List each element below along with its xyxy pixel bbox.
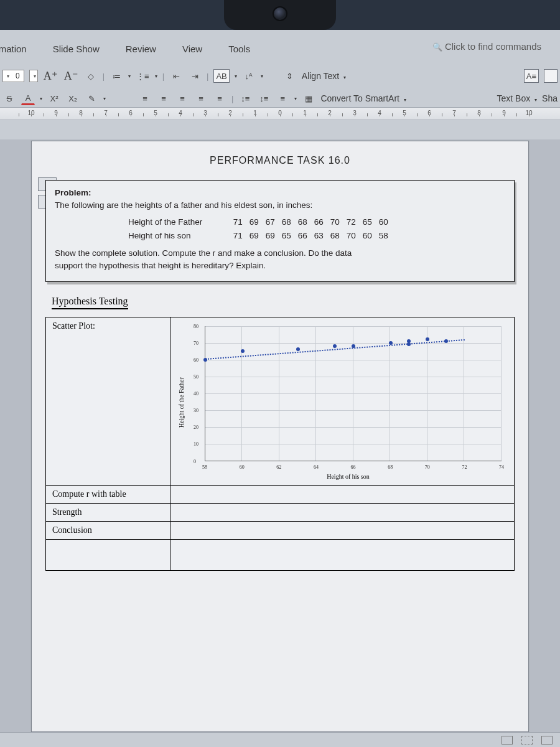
ruler-tick: 8 xyxy=(467,108,492,116)
align-center-icon[interactable]: ≡ xyxy=(157,92,170,105)
ruler-tick: 4 xyxy=(367,108,392,116)
ruler-tick: 10 xyxy=(516,108,541,116)
increase-font-icon[interactable]: A⁺ xyxy=(43,69,58,83)
empty-cell xyxy=(46,539,170,570)
align-text-icon: ⇕ xyxy=(283,69,297,83)
table-row: Strength xyxy=(46,503,515,521)
subscript-icon[interactable]: X₂ xyxy=(66,92,80,105)
shapes-button[interactable]: Sha xyxy=(542,93,558,103)
view-normal-icon[interactable] xyxy=(502,736,513,745)
search-commands[interactable]: Click to find commands xyxy=(432,41,541,52)
menu-tab[interactable]: View xyxy=(179,41,206,57)
ruler-tick: 6 xyxy=(118,108,143,116)
strikethrough-icon[interactable]: S xyxy=(2,92,16,105)
font-size-spinner[interactable]: ▾0 xyxy=(2,70,24,82)
menu-tab[interactable]: nimation xyxy=(0,41,30,57)
ab-icon[interactable]: AB xyxy=(213,69,229,83)
work-table: Scatter Plot: Height of the Father Heigh… xyxy=(45,317,515,571)
ruler-tick: 9 xyxy=(492,108,516,116)
y-axis-label: Height of the Father xyxy=(177,324,186,481)
empty-cell xyxy=(170,539,515,570)
line-spacing-icon[interactable]: ≡ xyxy=(276,92,289,105)
table-row: Conclusion xyxy=(46,521,515,539)
ruler-tick: 3 xyxy=(342,108,367,116)
document-page[interactable]: PERFORMANCE TASK 16.0 Problem: The follo… xyxy=(31,141,529,732)
problem-intro: The following are the heights of a fathe… xyxy=(55,200,312,210)
hypothesis-testing-label: Hypothesis Testing xyxy=(52,296,128,309)
y-tick: 10 xyxy=(194,441,198,447)
empty-cell xyxy=(170,503,515,521)
row-values: 71696965666368706058 xyxy=(226,230,395,242)
table-row: Scatter Plot: Height of the Father Heigh… xyxy=(46,317,515,485)
convert-smartart-button[interactable]: Convert To SmartArt ▾ xyxy=(320,93,406,103)
app-window: nimationSlide ShowReviewViewTools Click … xyxy=(0,30,560,747)
smartart-icon: ▦ xyxy=(302,92,315,105)
align-text-label: Align Text xyxy=(302,71,339,81)
empty-cell xyxy=(170,485,515,503)
ruler-tick: 1 xyxy=(243,108,268,116)
data-point xyxy=(241,349,245,353)
menu-tab[interactable]: Slide Show xyxy=(49,41,103,57)
align-right-icon[interactable]: ≡ xyxy=(175,92,189,105)
menu-tab[interactable]: Tools xyxy=(225,41,254,57)
y-tick: 70 xyxy=(194,340,198,345)
x-tick: 62 xyxy=(276,464,281,470)
sort-icon[interactable]: ↓ᴬ xyxy=(242,69,256,83)
scatter-plot-label: Scatter Plot: xyxy=(46,317,170,485)
view-reading-icon[interactable] xyxy=(541,736,553,745)
numbering-icon[interactable]: ⋮≡ xyxy=(136,69,150,83)
data-point xyxy=(296,347,300,351)
problem-text: Show the complete solution. Compute the … xyxy=(55,248,352,258)
font-color-icon[interactable]: A xyxy=(21,92,35,105)
x-tick: 60 xyxy=(240,464,245,470)
superscript-icon[interactable]: X² xyxy=(47,92,61,105)
ruler-tick: 8 xyxy=(68,108,93,116)
highlight-icon[interactable]: ✎ xyxy=(85,92,98,105)
y-tick: 60 xyxy=(194,357,198,362)
bullets-icon[interactable]: ≔ xyxy=(110,69,123,83)
font-family-spinner[interactable]: ▾ xyxy=(29,70,38,82)
camera-lens xyxy=(273,6,287,21)
decrease-font-icon[interactable]: A⁻ xyxy=(63,69,79,83)
x-axis-label: Height of his son xyxy=(189,473,508,480)
y-tick: 20 xyxy=(194,425,198,430)
data-table: Height of the Father 7169676868667072656… xyxy=(123,215,396,244)
shape-icon[interactable] xyxy=(544,69,558,83)
problem-box: Problem: The following are the heights o… xyxy=(45,180,515,282)
ruler-tick: 3 xyxy=(193,108,218,116)
align-left-icon[interactable]: ≡ xyxy=(138,92,152,105)
ribbon: ▾0 ▾ A⁺ A⁻ ◇ | ≔▾ ⋮≡▾ | ⇤ ⇥ | AB▾ ↓ᴬ▾ ⇕ … xyxy=(0,64,560,108)
menu-tab[interactable]: Review xyxy=(122,41,160,57)
table-row: Height of the Father 7169676868667072656… xyxy=(124,216,395,228)
x-tick: 68 xyxy=(388,464,393,470)
justify-icon[interactable]: ≡ xyxy=(194,92,208,105)
table-row: Height of his son 71696965666368706058 xyxy=(124,230,395,242)
outdent-icon[interactable]: ⇤ xyxy=(169,69,183,83)
textbox-label: Text Box xyxy=(497,93,530,103)
document-title: PERFORMANCE TASK 16.0 xyxy=(45,155,515,166)
y-tick: 40 xyxy=(194,391,198,397)
y-tick: 0 xyxy=(194,458,196,464)
indent-icon[interactable]: ⇥ xyxy=(188,69,202,83)
line-spacing-up-icon[interactable]: ↕≡ xyxy=(238,92,252,105)
empty-cell xyxy=(170,521,515,539)
distribute-icon[interactable]: ≡ xyxy=(213,92,226,105)
y-tick: 50 xyxy=(194,374,198,379)
align-text-button[interactable]: Align Text ▾ xyxy=(302,71,346,81)
textbox-button[interactable]: Text Box ▾ xyxy=(497,93,537,103)
view-slideshow-icon[interactable] xyxy=(521,736,533,745)
data-point xyxy=(426,337,429,341)
row-label: Height of the Father xyxy=(124,216,225,228)
row-values: 71696768686670726560 xyxy=(226,216,395,228)
textbox-style-icon[interactable]: A≡ xyxy=(524,69,539,83)
ruler-tick: 1 xyxy=(292,108,317,116)
line-spacing-down-icon[interactable]: ↕≡ xyxy=(257,92,271,105)
compute-r-label: Compute r with table xyxy=(46,485,170,503)
clear-formatting-icon[interactable]: ◇ xyxy=(84,69,98,83)
ruler-tick: 4 xyxy=(168,108,193,116)
y-tick: 80 xyxy=(194,323,198,329)
font-size-value: 0 xyxy=(16,72,20,80)
x-tick: 72 xyxy=(462,464,467,470)
strength-label: Strength xyxy=(46,503,170,521)
ruler-tick: 5 xyxy=(143,108,168,116)
